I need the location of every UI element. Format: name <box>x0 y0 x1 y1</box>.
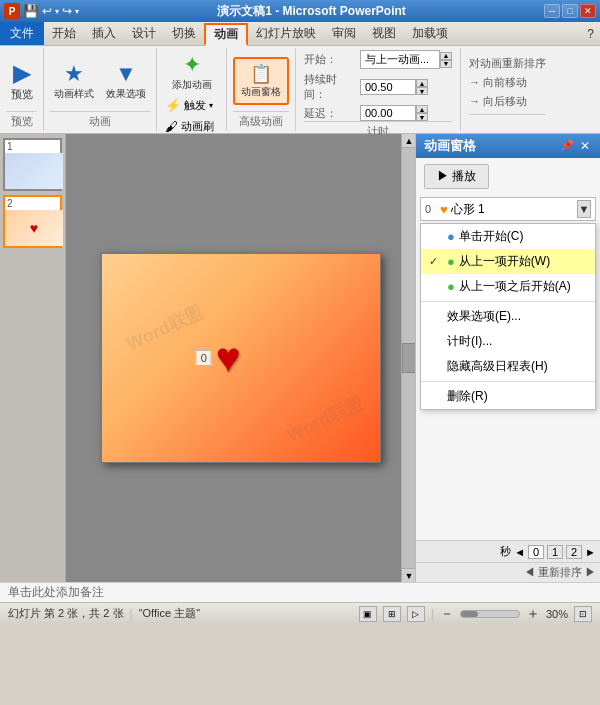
tab-switch[interactable]: 切换 <box>164 22 204 45</box>
extra-dropdown-icon[interactable]: ▾ <box>75 7 79 16</box>
undo-icon[interactable]: ↩ <box>42 4 52 18</box>
delay-spin-up[interactable]: ▲ <box>416 105 428 113</box>
window-title: 演示文稿1 - Microsoft PowerPoint <box>83 3 540 20</box>
redo-icon[interactable]: ↪ <box>62 4 72 18</box>
help-icon[interactable]: ? <box>581 22 600 45</box>
menu-item-after-previous[interactable]: ● 从上一项之后开始(A) <box>421 274 595 299</box>
theme-info: "Office 主题" <box>139 606 200 621</box>
duration-value[interactable]: 00.50 <box>360 79 416 95</box>
animation-window-button[interactable]: 📋 动画窗格 <box>233 57 289 105</box>
preview-group-label: 预览 <box>6 111 37 129</box>
zoom-minus-button[interactable]: － <box>440 605 454 623</box>
tab-design[interactable]: 设计 <box>124 22 164 45</box>
menu-item-with-previous[interactable]: ✓ ● 从上一项开始(W) <box>421 249 595 274</box>
trigger-button[interactable]: ⚡ 触发 ▾ <box>163 96 220 115</box>
anim-brush-label: 动画刷 <box>181 119 214 134</box>
watermark-1: Word联盟 <box>122 300 206 356</box>
zoom-slider[interactable] <box>460 610 520 618</box>
scroll-thumb[interactable] <box>402 343 415 373</box>
scroll-down-button[interactable]: ▼ <box>402 568 415 582</box>
anim-item[interactable]: 0 ♥ 心形 1 ▼ <box>420 197 596 221</box>
start-spin-down[interactable]: ▼ <box>440 60 452 68</box>
notes-text[interactable]: 单击此处添加备注 <box>8 584 104 601</box>
preview-label: 预览 <box>11 87 33 102</box>
undo-dropdown-icon[interactable]: ▾ <box>55 7 59 16</box>
start-spin-up[interactable]: ▲ <box>440 52 452 60</box>
fit-window-button[interactable]: ⊡ <box>574 606 592 622</box>
tab-file[interactable]: 文件 <box>0 22 44 45</box>
anim-panel-title: 动画窗格 <box>424 137 476 155</box>
start-value[interactable]: 与上一动画... <box>360 50 440 69</box>
anim-item-name: 心形 1 <box>451 201 574 218</box>
tab-view[interactable]: 视图 <box>364 22 404 45</box>
add-animation-label: 添加动画 <box>172 78 212 92</box>
view-slide-sorter-button[interactable]: ⊞ <box>383 606 401 622</box>
anim-item-dropdown-arrow[interactable]: ▼ <box>577 200 591 218</box>
timing-2-button[interactable]: 2 <box>566 545 582 559</box>
menu-item-click-start[interactable]: ● 单击开始(C) <box>421 224 595 249</box>
watermark-2: Word联盟 <box>283 391 367 447</box>
zoom-level: 30% <box>546 608 568 620</box>
duration-spin-down[interactable]: ▼ <box>416 87 428 95</box>
anim-panel-pin-button[interactable]: 📌 <box>560 139 574 153</box>
start-label: 开始： <box>304 52 356 67</box>
anim-item-heart-icon: ♥ <box>440 202 448 217</box>
add-animation-button[interactable]: ✦ 添加动画 <box>163 50 220 94</box>
scroll-up-button[interactable]: ▲ <box>402 134 415 148</box>
reorder-label: ◀ 重新排序 ▶ <box>524 565 596 580</box>
reorder-group-title: 对动画重新排序 <box>469 56 546 71</box>
view-slideshow-button[interactable]: ▷ <box>407 606 425 622</box>
delay-label: 延迟： <box>304 106 356 121</box>
maximize-button[interactable]: □ <box>562 4 578 18</box>
timing-1-button[interactable]: 1 <box>547 545 563 559</box>
anim-group-label: 动画 <box>50 111 150 129</box>
tab-review[interactable]: 审阅 <box>324 22 364 45</box>
zoom-plus-button[interactable]: ＋ <box>526 605 540 623</box>
app-logo-icon: P <box>4 3 20 19</box>
move-forward-button[interactable]: → 向前移动 <box>469 75 546 90</box>
duration-label: 持续时间： <box>304 72 356 102</box>
anim-dropdown-menu: ● 单击开始(C) ✓ ● 从上一项开始(W) ● 从上一项之后开始(A) 效果… <box>420 223 596 410</box>
effect-options-label: 效果选项 <box>106 87 146 101</box>
anim-item-num: 0 <box>425 203 437 215</box>
effect-options-button[interactable]: ▼ 效果选项 <box>102 59 150 103</box>
tab-animation[interactable]: 动画 <box>204 23 248 46</box>
delay-spin-down[interactable]: ▼ <box>416 113 428 121</box>
menu-item-delete[interactable]: 删除(R) <box>421 384 595 409</box>
timing-0-button[interactable]: 0 <box>528 545 544 559</box>
duration-spin-up[interactable]: ▲ <box>416 79 428 87</box>
tab-start[interactable]: 开始 <box>44 22 84 45</box>
minimize-button[interactable]: ─ <box>544 4 560 18</box>
menu-item-effect-options[interactable]: 效果选项(E)... <box>421 304 595 329</box>
anim-style-button[interactable]: ★ 动画样式 <box>50 59 98 103</box>
slide-thumb-1[interactable]: 1 <box>3 138 62 191</box>
menu-item-hide-advanced[interactable]: 隐藏高级日程表(H) <box>421 354 595 379</box>
timing-forward-button[interactable]: ► <box>585 546 596 558</box>
anim-play-button[interactable]: ▶ 播放 <box>424 164 489 189</box>
animation-label-0: 0 <box>196 350 212 366</box>
tab-slideshow[interactable]: 幻灯片放映 <box>248 22 324 45</box>
timing-back-button[interactable]: ◄ <box>514 546 525 558</box>
slide-info: 幻灯片 第 2 张，共 2 张 <box>8 606 124 621</box>
move-backward-button[interactable]: → 向后移动 <box>469 94 546 109</box>
view-normal-button[interactable]: ▣ <box>359 606 377 622</box>
slide-canvas: 0 ♥ Word联盟 Word联盟 <box>101 253 381 463</box>
timing-sec-label: 秒 <box>500 544 511 559</box>
preview-button[interactable]: ▶ 预览 <box>7 55 37 106</box>
close-button[interactable]: ✕ <box>580 4 596 18</box>
tab-addins[interactable]: 加载项 <box>404 22 456 45</box>
save-icon[interactable]: 💾 <box>23 4 39 19</box>
tab-insert[interactable]: 插入 <box>84 22 124 45</box>
anim-panel-close-button[interactable]: ✕ <box>578 139 592 153</box>
trigger-label: 触发 <box>184 98 206 113</box>
anim-style-label: 动画样式 <box>54 87 94 101</box>
advanced-anim-label: 高级动画 <box>233 111 289 129</box>
slide-thumb-2[interactable]: 2 ♥ <box>3 195 62 248</box>
heart-element[interactable]: ♥ <box>216 337 241 379</box>
menu-item-timing[interactable]: 计时(I)... <box>421 329 595 354</box>
delay-value[interactable]: 00.00 <box>360 105 416 121</box>
animation-window-label: 动画窗格 <box>241 85 281 99</box>
